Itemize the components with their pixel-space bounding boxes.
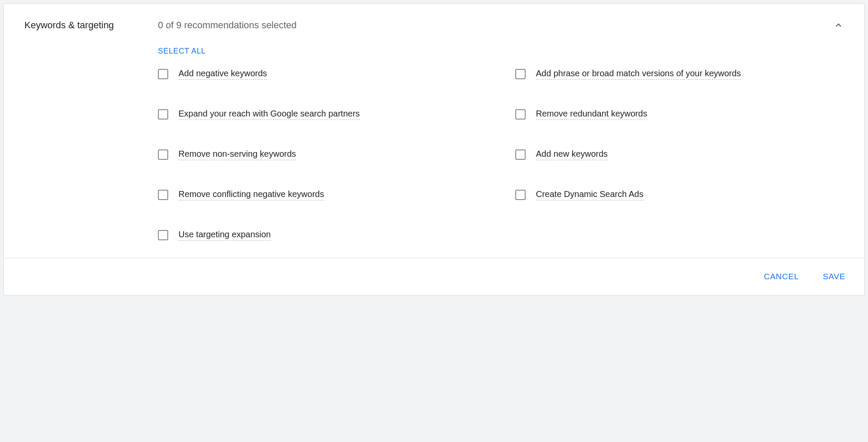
panel-content: SELECT ALL Add negative keywords Add phr… — [4, 42, 864, 258]
recommendation-item: Add phrase or broad match versions of yo… — [515, 69, 847, 80]
recommendation-checkbox[interactable] — [158, 230, 168, 240]
recommendation-checkbox[interactable] — [515, 109, 526, 119]
recommendation-item: Add new keywords — [515, 149, 847, 160]
recommendation-label[interactable]: Add phrase or broad match versions of yo… — [536, 69, 741, 80]
recommendation-checkbox[interactable] — [158, 69, 168, 79]
chevron-up-icon — [833, 20, 844, 30]
recommendation-item: Remove redundant keywords — [515, 109, 847, 120]
recommendation-label[interactable]: Add new keywords — [536, 149, 608, 160]
cancel-button[interactable]: CANCEL — [762, 269, 801, 285]
recommendation-label[interactable]: Remove non-serving keywords — [178, 149, 296, 160]
recommendation-item: Add negative keywords — [158, 69, 490, 80]
section-title: Keywords & targeting — [24, 20, 158, 31]
recommendation-checkbox[interactable] — [158, 109, 168, 119]
recommendation-item: Remove conflicting negative keywords — [158, 189, 490, 200]
recommendations-panel: Keywords & targeting 0 of 9 recommendati… — [3, 3, 865, 296]
panel-header: Keywords & targeting 0 of 9 recommendati… — [4, 4, 864, 42]
selection-count-text: 0 of 9 recommendations selected — [158, 20, 830, 31]
recommendation-item: Create Dynamic Search Ads — [515, 189, 847, 200]
recommendation-checkbox[interactable] — [515, 69, 526, 79]
recommendation-checkbox[interactable] — [158, 149, 168, 160]
recommendation-label[interactable]: Remove redundant keywords — [536, 109, 647, 120]
recommendation-item: Use targeting expansion — [158, 230, 490, 241]
recommendation-checkbox[interactable] — [515, 190, 526, 200]
panel-footer: CANCEL SAVE — [4, 258, 864, 295]
recommendation-label[interactable]: Expand your reach with Google search par… — [178, 109, 360, 120]
recommendation-checkbox[interactable] — [158, 190, 168, 200]
recommendation-label[interactable]: Create Dynamic Search Ads — [536, 189, 643, 200]
recommendation-item: Remove non-serving keywords — [158, 149, 490, 160]
recommendation-item: Expand your reach with Google search par… — [158, 109, 490, 120]
recommendations-grid: Add negative keywords Add phrase or broa… — [158, 69, 847, 241]
select-all-button[interactable]: SELECT ALL — [158, 42, 206, 69]
recommendation-label[interactable]: Add negative keywords — [178, 69, 267, 80]
recommendation-label[interactable]: Remove conflicting negative keywords — [178, 189, 324, 200]
recommendation-checkbox[interactable] — [515, 149, 526, 160]
collapse-button[interactable] — [830, 17, 847, 34]
recommendation-label[interactable]: Use targeting expansion — [178, 230, 271, 241]
save-button[interactable]: SAVE — [821, 269, 847, 285]
